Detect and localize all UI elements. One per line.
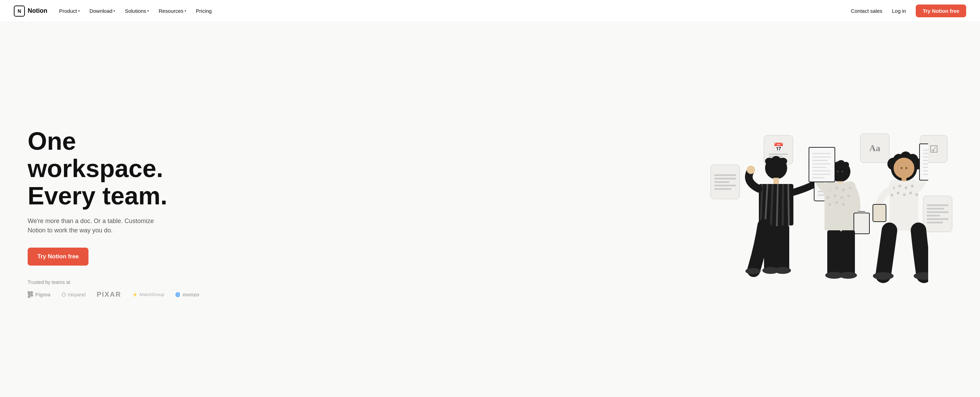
svg-point-32: [827, 196, 829, 199]
figma-text: Figma: [35, 292, 51, 297]
svg-point-72: [915, 193, 918, 196]
svg-point-20: [745, 268, 760, 274]
chevron-down-icon: ▾: [185, 9, 186, 13]
svg-rect-82: [873, 204, 886, 222]
svg-point-26: [842, 171, 843, 172]
card-line: [714, 181, 729, 183]
svg-point-38: [842, 203, 845, 206]
hero-section: One workspace. Every team. We're more th…: [0, 22, 980, 397]
logo-mixpanel: ⬡ mixpanel: [62, 292, 86, 297]
card-line: [927, 211, 948, 213]
login-link[interactable]: Log in: [888, 6, 910, 16]
svg-point-71: [909, 191, 912, 195]
nav-right: Contact sales Log in Try Notion free: [851, 5, 966, 17]
nav-cta-button[interactable]: Try Notion free: [916, 5, 966, 17]
svg-point-37: [835, 201, 838, 204]
svg-point-36: [828, 203, 831, 206]
trusted-label: Trusted by teams at: [28, 279, 207, 285]
hero-content: One workspace. Every team. We're more th…: [28, 128, 207, 299]
hero-illustration-svg: [735, 127, 928, 300]
mixpanel-icon: ⬡: [62, 292, 66, 297]
svg-point-61: [900, 167, 903, 169]
matchgroup-text: MatchGroup: [140, 292, 164, 297]
svg-line-9: [777, 184, 778, 225]
figma-logo-svg: [28, 291, 33, 298]
card-line: [927, 222, 943, 223]
card-line: [927, 218, 948, 220]
svg-rect-39: [809, 147, 835, 182]
svg-point-35: [847, 195, 850, 197]
svg-rect-4: [773, 178, 779, 184]
svg-rect-17: [776, 225, 789, 270]
nav-item-pricing[interactable]: Pricing: [192, 6, 216, 16]
svg-point-62: [905, 167, 907, 169]
nav-item-download[interactable]: Download ▾: [85, 6, 119, 16]
logo-figma: Figma: [28, 291, 51, 298]
nav-item-product[interactable]: Product ▾: [55, 6, 84, 16]
card-line: [714, 178, 736, 180]
svg-point-12: [747, 166, 755, 174]
svg-point-30: [842, 188, 845, 191]
matchgroup-icon: ⚡: [132, 292, 138, 297]
svg-point-83: [873, 272, 894, 280]
doc-card-right-lines: [927, 204, 948, 223]
nav-left: N Notion Product ▾ Download ▾ Solutions …: [14, 6, 216, 17]
contact-sales-link[interactable]: Contact sales: [851, 8, 882, 14]
svg-point-69: [897, 191, 899, 195]
hero-subtitle: We're more than a doc. Or a table. Custo…: [28, 217, 166, 235]
svg-rect-49: [858, 211, 865, 214]
logo-icon: N: [14, 6, 25, 17]
mixpanel-text: mixpanel: [68, 292, 86, 297]
nav-item-solutions[interactable]: Solutions ▾: [121, 6, 153, 16]
nav-item-resources[interactable]: Resources ▾: [154, 6, 190, 16]
logo-pixar: PIXAR: [97, 290, 121, 298]
svg-point-84: [914, 272, 928, 280]
svg-rect-48: [854, 213, 869, 234]
svg-point-24: [843, 162, 849, 167]
card-line: [714, 188, 732, 190]
check-icon: ☑: [929, 143, 938, 155]
svg-rect-51: [841, 230, 855, 275]
svg-point-33: [834, 195, 836, 197]
svg-line-10: [783, 184, 783, 225]
svg-point-19: [775, 267, 791, 274]
svg-point-66: [905, 187, 907, 189]
svg-point-53: [839, 272, 857, 279]
logo-matchgroup: ⚡ MatchGroup: [132, 292, 164, 297]
chevron-down-icon: ▾: [147, 9, 149, 13]
svg-point-29: [835, 187, 838, 190]
chevron-down-icon: ▾: [113, 9, 115, 13]
card-line: [927, 215, 940, 217]
logo-link[interactable]: N Notion: [14, 6, 47, 17]
doc-card-lines: [714, 174, 736, 190]
monzo-text: monzo: [183, 292, 199, 297]
monzo-icon: 🌀: [175, 292, 180, 297]
hero-title: One workspace. Every team.: [28, 128, 207, 210]
svg-line-11: [788, 184, 789, 225]
svg-point-68: [891, 194, 893, 196]
chevron-down-icon: ▾: [78, 9, 80, 13]
person-right: [873, 144, 928, 280]
svg-point-70: [903, 193, 906, 196]
card-line: [714, 174, 736, 176]
pixar-text: PIXAR: [97, 290, 121, 298]
logo-text: Notion: [28, 7, 47, 14]
logo-monzo: 🌀 monzo: [175, 292, 199, 297]
svg-point-67: [911, 185, 914, 187]
svg-point-65: [899, 185, 901, 187]
svg-point-34: [840, 196, 843, 199]
svg-point-3: [779, 158, 787, 164]
card-line: [927, 204, 948, 206]
nav-menu: Product ▾ Download ▾ Solutions ▾ Resourc…: [55, 6, 216, 16]
hero-illustration: 📅 Aa ☑: [711, 127, 952, 300]
person-center: [809, 147, 869, 279]
hero-cta-button[interactable]: Try Notion free: [28, 248, 89, 266]
trusted-logos: Figma ⬡ mixpanel PIXAR ⚡ MatchGroup 🌀 mo…: [28, 290, 207, 298]
main-nav: N Notion Product ▾ Download ▾ Solutions …: [0, 0, 980, 22]
svg-point-25: [837, 171, 838, 172]
card-line: [927, 208, 944, 210]
card-line: [714, 185, 736, 187]
svg-point-60: [894, 158, 914, 179]
svg-rect-50: [827, 230, 841, 275]
